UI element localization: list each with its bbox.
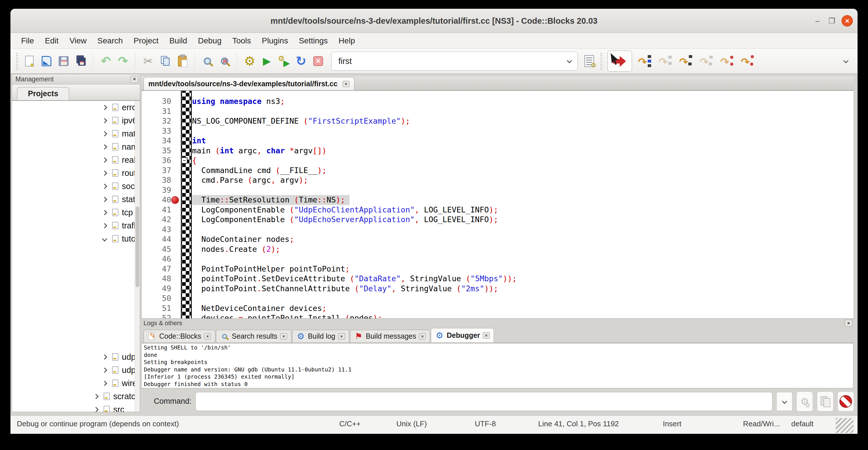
code-line[interactable]: 37 CommandLine cmd (__FILE__); — [142, 166, 854, 176]
tree-item[interactable]: tuto — [12, 232, 135, 245]
management-close-icon[interactable]: × — [131, 76, 138, 83]
debugger-output[interactable]: Setting SHELL to '/bin/sh'doneSetting br… — [141, 343, 854, 388]
tree-item[interactable]: src — [12, 403, 135, 412]
logs-tab-search-results[interactable]: Search results× — [216, 330, 291, 342]
build-target-combobox[interactable]: first — [331, 52, 578, 70]
debug-continue-button[interactable] — [608, 51, 632, 72]
code-line[interactable]: 51 NetDeviceContainer devices; — [142, 303, 854, 313]
menu-project[interactable]: Project — [128, 36, 164, 46]
logs-tab-build-log[interactable]: ⚙Build log× — [292, 330, 349, 342]
stop-debugger-button[interactable] — [837, 391, 854, 412]
debugging-windows-button[interactable]: ⚙⚙ — [796, 391, 813, 412]
save-button[interactable] — [57, 54, 70, 68]
code-text[interactable]: int — [192, 136, 854, 146]
replace-button[interactable]: R — [218, 54, 231, 68]
logs-close-icon[interactable]: × — [845, 320, 852, 327]
step-out-button[interactable]: ↷ — [700, 55, 713, 68]
editor-tab-close-icon[interactable]: × — [343, 81, 349, 87]
new-file-button[interactable]: + — [23, 54, 36, 68]
expander-icon[interactable] — [93, 393, 99, 399]
tree-item[interactable]: mat — [12, 127, 135, 140]
code-line[interactable]: 32NS_LOG_COMPONENT_DEFINE ("FirstScriptE… — [142, 116, 854, 126]
tree-item[interactable]: trafl — [12, 219, 135, 232]
tree-item[interactable]: stat — [12, 193, 135, 206]
maximize-button[interactable]: ❐ — [826, 15, 837, 27]
tree-scrollbar-thumb[interactable] — [135, 206, 139, 287]
code-line[interactable]: 49 pointToPoint.SetChannelAttribute ("De… — [142, 284, 854, 294]
logs-tab-debugger[interactable]: ⚙Debugger× — [431, 328, 494, 342]
logs-tab-close-icon[interactable]: × — [338, 333, 345, 339]
code-text[interactable]: main (int argc, char *argv[]) — [192, 146, 854, 156]
tree-item[interactable]: nam — [12, 140, 135, 153]
code-text[interactable]: { — [192, 156, 854, 166]
code-line[interactable]: 52 devices = pointToPoint.Install (nodes… — [142, 313, 854, 319]
code-text[interactable]: pointToPoint.SetDeviceAttribute ("DataRa… — [192, 274, 854, 284]
breakpoint-icon[interactable] — [171, 196, 179, 204]
build-and-run-button[interactable]: ⚙ ▶ — [277, 54, 290, 68]
step-into-button[interactable]: ↷ — [679, 55, 692, 68]
code-text[interactable]: using namespace ns3; — [192, 96, 854, 107]
logs-tab-close-icon[interactable]: × — [280, 333, 287, 339]
undo-button[interactable]: ↶ — [99, 54, 113, 68]
title-bar[interactable]: mnt/dev/tools/source/ns-3-dev/examples/t… — [10, 9, 858, 33]
code-line[interactable]: 46 — [142, 254, 854, 264]
open-file-button[interactable] — [40, 54, 53, 68]
expander-icon[interactable] — [93, 406, 99, 412]
code-text[interactable]: NetDeviceContainer devices; — [192, 303, 854, 313]
expander-icon[interactable] — [101, 380, 107, 386]
next-line-button[interactable]: ↷ — [658, 55, 672, 68]
menu-edit[interactable]: Edit — [39, 36, 64, 46]
code-line[interactable]: 31 — [142, 107, 854, 117]
tree-item[interactable]: th — [12, 337, 135, 350]
expander-icon[interactable] — [101, 117, 107, 124]
code-line[interactable]: 44 NodeContainer nodes; — [142, 234, 854, 244]
tree-item[interactable]: udp — [12, 350, 135, 363]
next-instruction-button[interactable]: ↷ — [720, 55, 733, 68]
editor-tab-first-cc[interactable]: mnt/dev/tools/source/ns-3-dev/examples/t… — [144, 77, 354, 90]
code-text[interactable]: Time::SetResolution (Time::NS); — [192, 195, 854, 205]
code-text[interactable]: NodeContainer nodes; — [192, 234, 854, 244]
tree-item[interactable]: udp- — [12, 363, 135, 377]
menu-file[interactable]: File — [16, 36, 39, 46]
tree-item[interactable]: fif — [12, 245, 135, 259]
menu-debug[interactable]: Debug — [193, 36, 227, 46]
expander-icon[interactable] — [101, 170, 107, 176]
command-input[interactable] — [195, 392, 772, 411]
redo-button[interactable]: ↷ — [116, 54, 129, 68]
tree-item[interactable]: he — [12, 285, 135, 298]
build-button[interactable]: ⚙ — [243, 54, 256, 68]
tab-projects[interactable]: Projects — [17, 87, 69, 100]
save-all-button[interactable] — [74, 54, 87, 68]
tree-item[interactable]: se — [12, 298, 135, 311]
tree-item[interactable]: wire — [12, 377, 135, 390]
code-line[interactable]: 45 nodes.Create (2); — [142, 244, 854, 254]
code-line[interactable]: 39 — [142, 185, 854, 195]
menu-search[interactable]: Search — [92, 36, 128, 46]
run-button[interactable]: ▶ — [260, 54, 273, 68]
code-text[interactable]: NS_LOG_COMPONENT_DEFINE ("FirstScriptExa… — [192, 116, 854, 126]
code-line[interactable]: 33 — [142, 126, 854, 136]
code-line[interactable]: 47 PointToPointHelper pointToPoint; — [142, 264, 854, 274]
tree-scrollbar[interactable] — [135, 101, 140, 412]
expander-icon[interactable] — [101, 209, 107, 216]
paste-button[interactable] — [176, 54, 189, 68]
menu-help[interactable]: Help — [333, 36, 361, 46]
tree-item[interactable]: fo — [12, 272, 135, 285]
cut-button[interactable]: ✂ — [142, 54, 155, 68]
tree-item[interactable]: six — [12, 324, 135, 337]
run-to-cursor-button[interactable]: ↷ — [638, 55, 651, 68]
code-line[interactable]: 30using namespace ns3; — [142, 96, 854, 107]
toolbar-overflow-button[interactable] — [844, 59, 848, 64]
find-button[interactable] — [201, 54, 214, 68]
tree-item[interactable]: se — [12, 311, 135, 324]
code-line[interactable]: 38 cmd.Parse (argc, argv); — [142, 175, 854, 185]
code-text[interactable]: cmd.Parse (argc, argv); — [192, 175, 854, 185]
code-text[interactable]: pointToPoint.SetChannelAttribute ("Delay… — [192, 284, 854, 294]
compiler-options-button[interactable]: ⚙ — [583, 54, 596, 68]
tree-item[interactable]: sock — [12, 180, 135, 193]
rebuild-button[interactable]: ↻ — [294, 54, 308, 68]
logs-tab-code-blocks[interactable]: ✎Code::Blocks× — [144, 330, 215, 342]
tree-item[interactable]: fir — [12, 259, 135, 272]
tree-item[interactable]: tcp — [12, 206, 135, 219]
code-line[interactable]: 43 — [142, 225, 854, 235]
